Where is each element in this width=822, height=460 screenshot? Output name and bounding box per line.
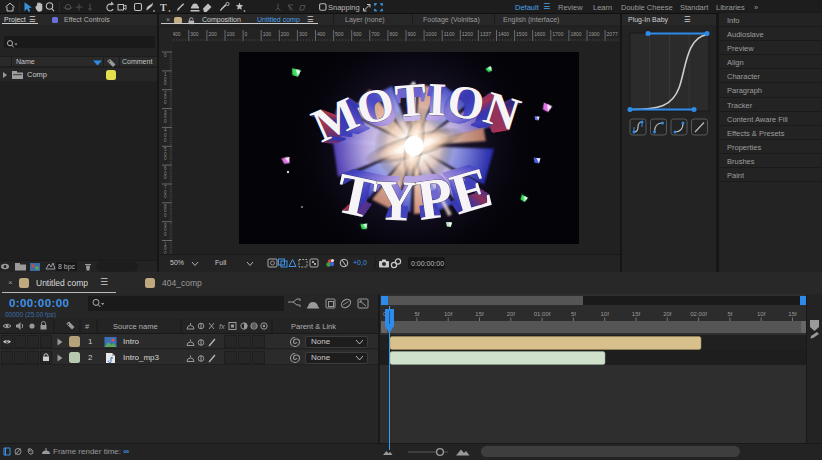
svg-text:0: 0	[164, 175, 167, 180]
svg-text:300: 300	[190, 31, 199, 37]
svg-text:0: 0	[164, 232, 167, 237]
svg-text:01:00f: 01:00f	[534, 311, 551, 317]
svg-text:300: 300	[299, 31, 308, 37]
svg-text:fx: fx	[219, 322, 225, 331]
svg-text:10f: 10f	[757, 311, 766, 317]
svg-text:1000: 1000	[426, 31, 437, 37]
svg-text:500: 500	[335, 31, 344, 37]
svg-text:0: 0	[164, 194, 167, 199]
svg-text:1400: 1400	[498, 31, 509, 37]
svg-text:800: 800	[389, 31, 398, 37]
svg-text:400: 400	[172, 31, 181, 37]
svg-text:0: 0	[164, 119, 167, 124]
svg-text:1500: 1500	[516, 31, 527, 37]
svg-text:200: 200	[208, 31, 217, 37]
svg-text:Parent & Link: Parent & Link	[291, 322, 336, 331]
svg-text:1337: 1337	[480, 31, 491, 37]
svg-text:8 bpc: 8 bpc	[58, 263, 76, 271]
svg-text:15f: 15f	[788, 311, 797, 317]
svg-text:0: 0	[164, 156, 167, 161]
svg-text:5f: 5f	[727, 311, 732, 317]
svg-text:100: 100	[227, 31, 236, 37]
svg-text:0: 0	[164, 213, 167, 218]
svg-text:15f: 15f	[632, 311, 641, 317]
svg-text:5f: 5f	[571, 311, 576, 317]
svg-text:02:00f: 02:00f	[690, 311, 707, 317]
svg-text:0: 0	[164, 53, 167, 58]
svg-text:1700: 1700	[552, 31, 563, 37]
svg-text:20f: 20f	[663, 311, 672, 317]
svg-text:400: 400	[317, 31, 326, 37]
svg-text:20f: 20f	[507, 311, 516, 317]
svg-text:Snapping: Snapping	[328, 3, 360, 12]
svg-text:200: 200	[281, 31, 290, 37]
svg-text:1200: 1200	[462, 31, 473, 37]
svg-text:0: 0	[164, 81, 167, 86]
svg-text:100: 100	[263, 31, 272, 37]
svg-text:1600: 1600	[534, 31, 545, 37]
svg-text:0: 0	[164, 100, 167, 105]
svg-text:5f: 5f	[414, 311, 419, 317]
svg-text:1900: 1900	[589, 31, 600, 37]
svg-text:900: 900	[408, 31, 417, 37]
svg-text:Source name: Source name	[113, 322, 158, 331]
svg-text:700: 700	[371, 31, 380, 37]
svg-text:0: 0	[164, 138, 167, 143]
svg-text:1100: 1100	[444, 31, 455, 37]
svg-text:10f: 10f	[601, 311, 610, 317]
svg-text:10f: 10f	[444, 311, 453, 317]
svg-text:0: 0	[245, 31, 248, 37]
svg-text:2077: 2077	[607, 31, 618, 37]
svg-text:600: 600	[353, 31, 362, 37]
svg-text:1800: 1800	[570, 31, 581, 37]
svg-text:T: T	[160, 2, 167, 13]
svg-text:15f: 15f	[475, 311, 484, 317]
